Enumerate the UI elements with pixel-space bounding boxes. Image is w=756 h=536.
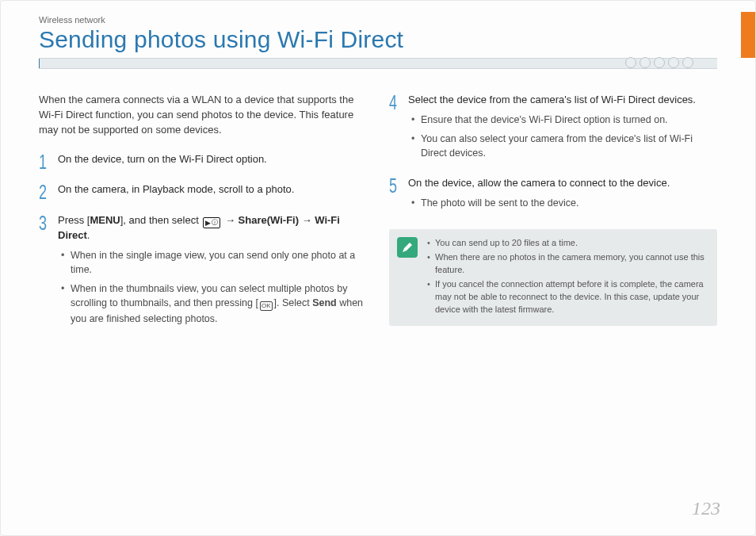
step-text: On the device, turn on the Wi-Fi Direct … (58, 152, 367, 167)
step-5: 5 On the device, allow the camera to con… (389, 176, 717, 215)
step-2: 2 On the camera, in Playback mode, scrol… (39, 182, 367, 202)
pencil-icon (401, 241, 414, 254)
text-fragment: . (87, 229, 90, 241)
note-icon (397, 237, 418, 258)
note-item: If you cancel the connection attempt bef… (427, 278, 708, 316)
sub-item: When in the thumbnails view, you can sel… (61, 281, 367, 326)
step-number: 1 (39, 152, 50, 180)
step-sub-list: The photo will be sent to the device. (408, 196, 717, 210)
text-fragment: ]. Select (274, 297, 313, 308)
content-columns: When the camera connects via a WLAN to a… (39, 93, 717, 343)
step-text: On the device, allow the camera to conne… (408, 176, 717, 191)
menu-label: MENU (90, 214, 120, 226)
note-list: You can send up to 20 files at a time. W… (427, 237, 708, 318)
decorative-circles (625, 57, 693, 68)
note-item: You can send up to 20 files at a time. (427, 237, 708, 250)
step-4: 4 Select the device from the camera's li… (389, 93, 717, 165)
ok-icon: OK (260, 301, 273, 312)
note-item: When there are no photos in the camera m… (427, 251, 708, 277)
text-fragment: ], and then select (120, 214, 202, 226)
note-box: You can send up to 20 files at a time. W… (389, 229, 717, 326)
sub-item: When in the single image view, you can s… (61, 248, 367, 277)
step-number: 2 (39, 182, 50, 210)
intro-paragraph: When the camera connects via a WLAN to a… (39, 93, 367, 138)
step-sub-list: When in the single image view, you can s… (58, 248, 367, 327)
section-tab (741, 12, 755, 58)
right-column: 4 Select the device from the camera's li… (389, 93, 717, 343)
step-text: On the camera, in Playback mode, scroll … (58, 182, 367, 197)
step-text: Press [MENU], and then select ▶ⓘ → Share… (58, 213, 367, 243)
sub-item: The photo will be sent to the device. (411, 196, 717, 210)
left-column: When the camera connects via a WLAN to a… (39, 93, 367, 343)
playback-info-icon: ▶ⓘ (203, 217, 220, 228)
step-number: 5 (389, 176, 400, 231)
send-label: Send (312, 297, 337, 308)
text-fragment: Press [ (58, 214, 90, 226)
manual-page: Wireless network Sending photos using Wi… (0, 0, 756, 536)
sub-item: You can also select your camera from the… (411, 132, 717, 160)
step-1: 1 On the device, turn on the Wi-Fi Direc… (39, 152, 367, 172)
step-text: Select the device from the camera's list… (408, 93, 717, 108)
step-3: 3 Press [MENU], and then select ▶ⓘ → Sha… (39, 213, 367, 331)
breadcrumb: Wireless network (39, 15, 717, 25)
page-title: Sending photos using Wi-Fi Direct (39, 26, 717, 53)
page-number: 123 (692, 498, 720, 519)
step-sub-list: Ensure that the device's Wi-Fi Direct op… (408, 113, 717, 160)
step-number: 3 (39, 213, 50, 378)
title-divider (39, 58, 717, 72)
sub-item: Ensure that the device's Wi-Fi Direct op… (411, 113, 717, 127)
